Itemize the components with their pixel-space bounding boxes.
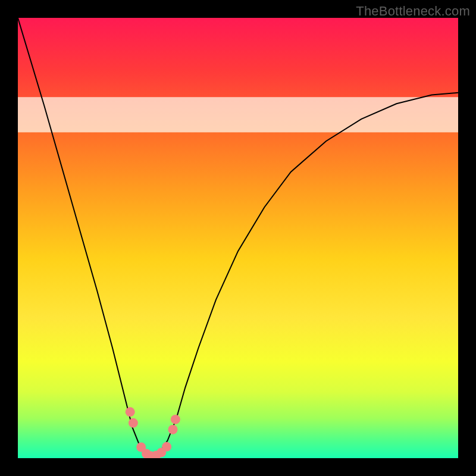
curve-marker: [168, 425, 178, 434]
chart-plot-area: [18, 18, 458, 458]
curve-marker: [126, 407, 135, 416]
curve-markers: [126, 407, 180, 458]
highlight-band: [18, 97, 458, 132]
watermark-text: TheBottleneck.com: [356, 4, 470, 19]
chart-svg: [18, 18, 458, 458]
curve-marker: [129, 418, 138, 428]
chart-outer-frame: TheBottleneck.com: [0, 0, 476, 476]
curve-marker: [162, 442, 171, 452]
curve-marker: [171, 415, 180, 424]
bottleneck-curve: [18, 18, 458, 458]
